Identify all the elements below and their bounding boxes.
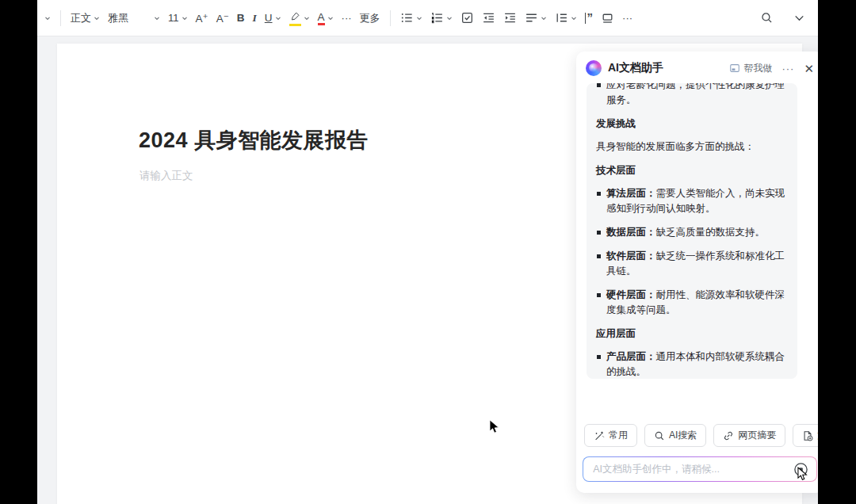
ai-panel-header: AI文档助手 帮我做 ··· ✕ [576,52,818,85]
assistant-block-bullet: 硬件层面：耐用性、能源效率和软硬件深度集成等问题。 [596,288,788,318]
chevron-down-icon [571,15,577,21]
assistant-block-bullet: 数据层面：缺乏高质量的数据支持。 [596,225,788,240]
formatting-toolbar: 正文 雅黑 11 A⁺ A⁻ B I U A ··· [37,0,818,36]
bullet-marker [597,355,601,359]
increase-font-button[interactable]: A⁺ [192,9,212,28]
chevron-down-icon [182,15,188,21]
quick-action-chip-常用[interactable]: 常用 [584,424,637,447]
decrease-font-button[interactable]: A⁻ [212,9,233,28]
paragraph-mark-icon [601,11,614,25]
assistant-quick-actions: 常用AI搜索网页摘要文档 [584,424,818,447]
italic-button[interactable]: I [249,9,261,28]
bold-glyph: B [237,12,245,24]
paragraph-style-label: 正文 [71,11,91,25]
assistant-response-scroll[interactable]: 应对老龄化问题，提供个性化的康复护理服务。发展挑战具身智能的发展面临多方面的挑战… [587,83,797,379]
indent-button[interactable] [499,8,521,28]
chevron-down-icon [327,15,334,21]
assistant-block-heading: 应用层面 [596,326,788,342]
panel-close-button[interactable]: ✕ [804,63,814,74]
help-me-do-label: 帮我做 [743,62,772,75]
bullet-list-dropdown[interactable] [396,8,426,28]
ellipsis-icon: ··· [342,12,352,24]
format-painter-dropdown[interactable] [40,12,55,25]
wand-icon [594,430,605,441]
paragraph-style-dropdown[interactable]: 正文 [67,8,104,29]
font-family-dropdown[interactable]: 雅黑 [104,8,164,29]
ai-assistant-logo-icon [586,60,602,76]
increase-font-glyph: A⁺ [196,12,208,25]
more-button[interactable]: 更多 [356,8,384,29]
bullet-marker [597,293,601,297]
bullet-marker [597,254,601,258]
underline-dropdown[interactable]: U [261,9,285,27]
bullet-list-icon [400,11,414,25]
indent-icon [503,11,517,25]
align-left-icon [525,11,538,25]
ellipsis-icon: ··· [622,12,632,24]
font-color-dropdown[interactable]: A [314,8,338,28]
highlight-color-dropdown[interactable] [285,8,314,29]
assistant-block-bullet: 产品层面：通用本体和内部软硬系统耦合的挑战。 [596,349,788,379]
assistant-content-blocks: 应对老龄化问题，提供个性化的康复护理服务。发展挑战具身智能的发展面临多方面的挑战… [596,83,788,379]
checklist-button[interactable] [457,8,478,28]
chip-label: 常用 [609,429,628,442]
assistant-block-para: 具身智能的发展面临多方面的挑战： [596,139,788,155]
ai-assistant-panel: AI文档助手 帮我做 ··· ✕ 应对老龄化问题，提供个性化的康复护理服务。发展… [576,52,818,493]
underline-glyph: U [265,12,273,24]
assistant-input[interactable] [593,464,793,475]
numbered-list-dropdown[interactable] [426,8,457,28]
font-size-value: 11 [168,12,179,24]
chevron-down-icon [304,15,310,21]
document-title[interactable]: 2024 具身智能发展报告 [139,126,369,155]
font-color-icon: A [318,11,325,25]
quote-button[interactable]: ” [581,10,598,27]
letterbox-right [818,0,856,504]
checkbox-icon [460,11,474,25]
toolbar-divider [60,10,61,26]
bullet-marker [597,83,601,87]
collapse-toolbar-button[interactable] [789,8,810,28]
quote-icon: ” [585,13,594,24]
quick-action-chip-文档[interactable]: 文档 [793,424,818,447]
assistant-block-bullet: 算法层面：需要人类智能介入，尚未实现感知到行动间认知映射。 [596,186,788,216]
page-setup-button[interactable] [597,8,618,28]
search-icon [760,11,774,25]
chevron-down-icon [541,15,547,21]
outdent-button[interactable] [478,8,499,28]
toolbar-divider [390,10,391,26]
chevron-down-icon [44,15,51,21]
chevron-down-icon [793,11,806,25]
panel-more-button[interactable]: ··· [781,63,794,74]
mouse-cursor [489,419,502,435]
quick-action-chip-网页摘要[interactable]: 网页摘要 [713,424,785,447]
chevron-down-icon [275,15,281,21]
link-icon [723,430,734,441]
doc-add-icon [802,430,813,441]
assistant-block-heading: 发展挑战 [596,116,788,132]
chip-label: AI搜索 [669,429,697,442]
format-overflow-button[interactable]: ··· [338,9,356,27]
assistant-input-wrapper [583,456,817,482]
chevron-down-icon [94,15,100,21]
font-family-label: 雅黑 [108,11,128,25]
line-spacing-icon [555,11,568,25]
quick-action-chip-AI搜索[interactable]: AI搜索 [644,424,706,447]
italic-glyph: I [253,12,257,25]
help-me-do-button[interactable]: 帮我做 [729,62,772,75]
bold-button[interactable]: B [233,9,249,27]
mouse-cursor-secondary [797,467,809,482]
alignment-dropdown[interactable] [521,8,551,28]
app-window: 正文 雅黑 11 A⁺ A⁻ B I U A ··· [37,0,818,504]
document-body-placeholder[interactable]: 请输入正文 [139,169,193,183]
line-spacing-dropdown[interactable] [551,8,581,28]
toolbar-overflow-button[interactable]: ··· [618,9,636,27]
assistant-block-bullet: 应对老龄化问题，提供个性化的康复护理服务。 [596,83,788,108]
decrease-font-glyph: A⁻ [216,12,229,25]
search-button[interactable] [756,8,778,28]
assistant-block-heading: 技术层面 [596,163,788,178]
bullet-marker [597,192,601,196]
chevron-down-icon [446,15,453,21]
numbered-list-icon [430,11,444,25]
font-size-dropdown[interactable]: 11 [164,9,192,27]
search-icon [654,430,665,441]
